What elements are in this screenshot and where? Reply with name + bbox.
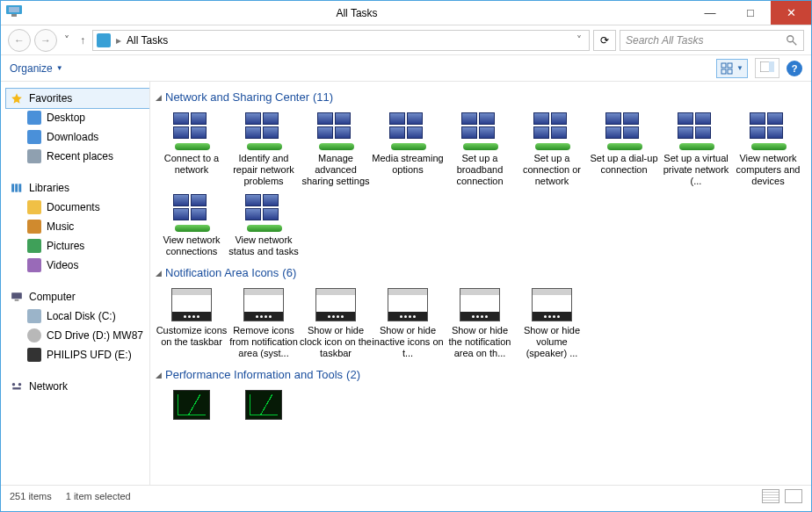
sidebar-item-network[interactable]: Network bbox=[6, 377, 149, 396]
task-item[interactable]: Identify and repair network problems bbox=[228, 112, 300, 187]
notification-task-icon bbox=[460, 288, 500, 321]
sidebar-item-libraries[interactable]: Libraries bbox=[6, 178, 149, 198]
svg-rect-18 bbox=[12, 387, 20, 389]
task-caption: Remove icons from notification area (sys… bbox=[228, 325, 300, 359]
task-item[interactable]: Show or hide the notification area on th… bbox=[444, 288, 516, 359]
view-dropdown[interactable]: ▼ bbox=[716, 59, 748, 78]
task-caption: Show or hide the notification area on th… bbox=[444, 325, 516, 359]
chevron-down-icon: ▼ bbox=[56, 64, 63, 72]
task-item[interactable]: Connect to a network bbox=[156, 112, 228, 187]
task-item[interactable]: Remove icons from notification area (sys… bbox=[228, 288, 300, 359]
network-task-icon bbox=[750, 112, 787, 149]
address-bar[interactable]: ▸ All Tasks ˅ bbox=[92, 30, 590, 51]
group-header[interactable]: ◢ Notification Area Icons (6) bbox=[156, 266, 808, 279]
up-button[interactable]: ↑ bbox=[76, 34, 89, 47]
group-items: Connect to a networkIdentify and repair … bbox=[156, 109, 808, 261]
group-header[interactable]: ◢ Network and Sharing Center (11) bbox=[156, 90, 808, 104]
task-item[interactable] bbox=[228, 390, 300, 423]
sidebar-label: Downloads bbox=[47, 131, 98, 143]
tree-group-network: Network bbox=[6, 377, 149, 396]
back-button[interactable]: ← bbox=[8, 29, 31, 52]
close-button[interactable]: ✕ bbox=[771, 1, 811, 25]
group-header[interactable]: ◢ Performance Information and Tools (2) bbox=[156, 368, 808, 381]
sidebar-item-pictures[interactable]: Pictures bbox=[6, 236, 149, 256]
task-item[interactable]: Show or hide clock icon on the taskbar bbox=[300, 288, 372, 359]
sidebar-label: Computer bbox=[29, 291, 76, 303]
task-item[interactable]: Media streaming options bbox=[372, 112, 444, 187]
sidebar-item-computer[interactable]: Computer bbox=[6, 287, 149, 306]
task-item[interactable]: Manage advanced sharing settings bbox=[300, 112, 372, 187]
view-large-icons-icon bbox=[721, 62, 733, 75]
svg-rect-11 bbox=[11, 184, 14, 191]
svg-point-16 bbox=[12, 383, 16, 386]
task-item[interactable]: View network status and tasks bbox=[228, 194, 300, 257]
notification-task-icon bbox=[388, 288, 428, 321]
videos-icon bbox=[27, 258, 41, 272]
downloads-icon bbox=[27, 130, 41, 144]
task-item[interactable]: Set up a connection or network bbox=[516, 112, 588, 187]
sidebar-item-downloads[interactable]: Downloads bbox=[6, 127, 149, 147]
recent-locations-dropdown[interactable]: ˅ bbox=[61, 34, 73, 47]
task-item[interactable]: Set up a virtual private network (... bbox=[660, 112, 732, 187]
details-view-button[interactable] bbox=[762, 489, 779, 503]
task-caption: Manage advanced sharing settings bbox=[300, 153, 372, 187]
large-icons-view-button[interactable] bbox=[785, 489, 802, 503]
location-icon bbox=[97, 33, 111, 47]
folder-icon bbox=[27, 200, 41, 214]
forward-button[interactable]: → bbox=[34, 29, 57, 52]
group-name: Notification Area Icons bbox=[165, 266, 279, 279]
sidebar-label: CD Drive (D:) MW87 bbox=[47, 329, 143, 342]
sidebar-item-recent[interactable]: Recent places bbox=[6, 147, 149, 166]
breadcrumb[interactable]: All Tasks bbox=[127, 34, 168, 47]
task-item[interactable]: Set up a broadband connection bbox=[444, 112, 516, 187]
task-caption: Set up a broadband connection bbox=[444, 153, 516, 187]
network-task-icon bbox=[245, 194, 282, 231]
notification-task-icon bbox=[171, 288, 212, 321]
task-item[interactable]: Set up a dial-up connection bbox=[588, 112, 660, 187]
group-count: (2) bbox=[346, 368, 360, 381]
task-caption: Identify and repair network problems bbox=[228, 153, 300, 187]
task-item[interactable] bbox=[156, 390, 228, 423]
titlebar: All Tasks — □ ✕ bbox=[1, 1, 811, 25]
sidebar-item-favorites[interactable]: Favorites bbox=[6, 89, 149, 108]
sidebar-label: Recent places bbox=[47, 150, 113, 162]
task-caption: Customize icons on the taskbar bbox=[156, 325, 228, 348]
network-task-icon bbox=[173, 194, 210, 231]
sidebar-item-local-disk[interactable]: Local Disk (C:) bbox=[6, 306, 149, 326]
group-count: (6) bbox=[282, 266, 296, 279]
notification-task-icon bbox=[532, 288, 572, 321]
task-item[interactable]: Show or hide inactive icons on t... bbox=[372, 288, 444, 359]
maximize-button[interactable]: □ bbox=[730, 1, 771, 25]
task-item[interactable]: Show or hide volume (speaker) ... bbox=[516, 288, 588, 359]
group-items bbox=[156, 386, 808, 427]
search-box[interactable] bbox=[620, 30, 804, 51]
task-item[interactable]: View network computers and devices bbox=[732, 112, 804, 187]
task-item[interactable]: Customize icons on the taskbar bbox=[156, 288, 228, 359]
sidebar-item-documents[interactable]: Documents bbox=[6, 198, 149, 217]
task-caption: Media streaming options bbox=[372, 153, 444, 176]
svg-rect-8 bbox=[728, 69, 732, 74]
refresh-button[interactable]: ⟳ bbox=[593, 30, 616, 51]
help-button[interactable]: ? bbox=[787, 61, 802, 76]
sidebar-label: PHILIPS UFD (E:) bbox=[47, 349, 132, 361]
sidebar-item-videos[interactable]: Videos bbox=[6, 256, 149, 275]
sidebar-item-cd-drive[interactable]: CD Drive (D:) MW87 bbox=[6, 326, 149, 345]
chevron-down-icon: ▼ bbox=[736, 64, 743, 72]
task-item[interactable]: View network connections bbox=[156, 194, 228, 257]
network-task-icon bbox=[605, 112, 642, 149]
network-task-icon bbox=[389, 112, 426, 149]
address-history-dropdown[interactable]: ˅ bbox=[573, 34, 585, 47]
sidebar-item-usb-drive[interactable]: PHILIPS UFD (E:) bbox=[6, 345, 149, 364]
sidebar-item-desktop[interactable]: Desktop bbox=[6, 108, 149, 127]
organize-menu[interactable]: Organize ▼ bbox=[10, 62, 63, 75]
sidebar-item-music[interactable]: Music bbox=[6, 217, 149, 236]
preview-pane-button[interactable] bbox=[755, 58, 779, 78]
minimize-button[interactable]: — bbox=[690, 1, 730, 25]
task-caption: Show or hide clock icon on the taskbar bbox=[300, 325, 372, 359]
group-name: Network and Sharing Center bbox=[165, 90, 309, 104]
collapse-icon: ◢ bbox=[156, 371, 162, 379]
svg-rect-12 bbox=[15, 184, 18, 191]
group-name: Performance Information and Tools bbox=[165, 368, 343, 381]
search-input[interactable] bbox=[626, 34, 780, 47]
network-task-icon bbox=[317, 112, 354, 149]
